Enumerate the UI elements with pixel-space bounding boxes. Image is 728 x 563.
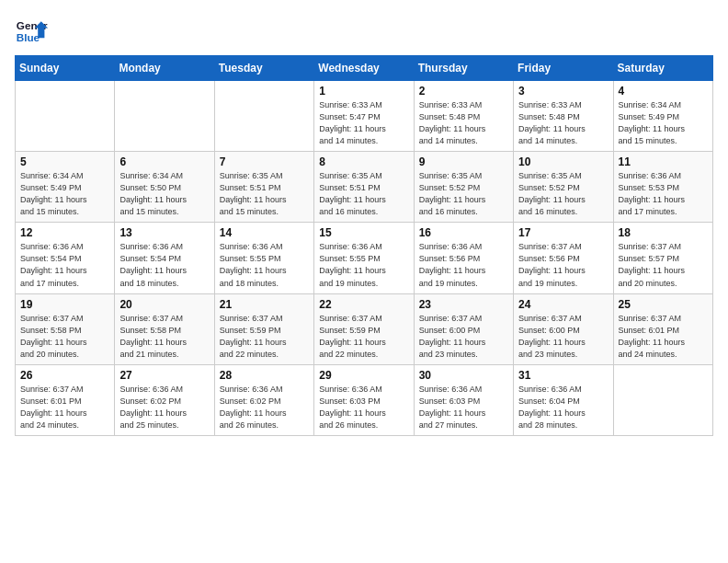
calendar-cell: 12Sunrise: 6:36 AM Sunset: 5:54 PM Dayli… — [16, 223, 115, 293]
day-number: 27 — [119, 369, 209, 382]
calendar-cell: 2Sunrise: 6:33 AM Sunset: 5:48 PM Daylig… — [414, 81, 513, 152]
day-number: 9 — [419, 155, 508, 168]
day-info: Sunrise: 6:35 AM Sunset: 5:51 PM Dayligh… — [319, 170, 408, 218]
calendar-cell: 30Sunrise: 6:36 AM Sunset: 6:03 PM Dayli… — [414, 364, 513, 435]
day-info: Sunrise: 6:34 AM Sunset: 5:49 PM Dayligh… — [20, 170, 109, 218]
day-info: Sunrise: 6:36 AM Sunset: 6:02 PM Dayligh… — [119, 384, 209, 431]
day-info: Sunrise: 6:35 AM Sunset: 5:51 PM Dayligh… — [220, 170, 309, 218]
calendar-cell — [115, 81, 214, 152]
calendar-cell: 9Sunrise: 6:35 AM Sunset: 5:52 PM Daylig… — [414, 152, 513, 223]
weekday-header-tuesday: Tuesday — [214, 56, 313, 81]
calendar-cell: 5Sunrise: 6:34 AM Sunset: 5:49 PM Daylig… — [16, 152, 115, 223]
calendar-cell: 15Sunrise: 6:36 AM Sunset: 5:55 PM Dayli… — [314, 223, 414, 293]
calendar-cell: 13Sunrise: 6:36 AM Sunset: 5:54 PM Dayli… — [115, 223, 214, 293]
day-number: 26 — [20, 369, 109, 382]
day-number: 13 — [119, 226, 209, 239]
day-number: 12 — [20, 226, 109, 239]
day-info: Sunrise: 6:37 AM Sunset: 6:01 PM Dayligh… — [619, 313, 708, 361]
day-number: 23 — [419, 298, 508, 311]
week-row-0: 1Sunrise: 6:33 AM Sunset: 5:47 PM Daylig… — [16, 81, 713, 152]
calendar-cell: 22Sunrise: 6:37 AM Sunset: 5:59 PM Dayli… — [314, 293, 414, 364]
calendar-cell — [16, 81, 115, 152]
day-info: Sunrise: 6:34 AM Sunset: 5:50 PM Dayligh… — [119, 170, 209, 218]
calendar-cell: 11Sunrise: 6:36 AM Sunset: 5:53 PM Dayli… — [613, 152, 712, 223]
svg-text:Blue: Blue — [17, 31, 40, 43]
day-number: 6 — [119, 155, 209, 168]
calendar-cell: 31Sunrise: 6:36 AM Sunset: 6:04 PM Dayli… — [514, 364, 613, 435]
calendar-cell: 21Sunrise: 6:37 AM Sunset: 5:59 PM Dayli… — [214, 293, 313, 364]
calendar-cell: 18Sunrise: 6:37 AM Sunset: 5:57 PM Dayli… — [613, 223, 712, 293]
day-number: 10 — [518, 155, 608, 168]
day-info: Sunrise: 6:37 AM Sunset: 6:01 PM Dayligh… — [20, 384, 109, 431]
day-info: Sunrise: 6:36 AM Sunset: 5:54 PM Dayligh… — [20, 241, 109, 289]
weekday-header-wednesday: Wednesday — [314, 56, 414, 81]
calendar-cell: 6Sunrise: 6:34 AM Sunset: 5:50 PM Daylig… — [115, 152, 214, 223]
calendar-cell: 26Sunrise: 6:37 AM Sunset: 6:01 PM Dayli… — [16, 364, 115, 435]
day-number: 21 — [220, 298, 309, 311]
day-number: 29 — [319, 369, 408, 382]
day-info: Sunrise: 6:36 AM Sunset: 6:03 PM Dayligh… — [419, 384, 508, 431]
calendar-cell: 7Sunrise: 6:35 AM Sunset: 5:51 PM Daylig… — [214, 152, 313, 223]
calendar-cell: 1Sunrise: 6:33 AM Sunset: 5:47 PM Daylig… — [314, 81, 414, 152]
day-number: 25 — [619, 298, 708, 311]
calendar-cell: 3Sunrise: 6:33 AM Sunset: 5:48 PM Daylig… — [514, 81, 613, 152]
week-row-4: 26Sunrise: 6:37 AM Sunset: 6:01 PM Dayli… — [16, 364, 713, 435]
day-number: 7 — [220, 155, 309, 168]
day-number: 2 — [419, 85, 508, 98]
calendar-cell: 17Sunrise: 6:37 AM Sunset: 5:56 PM Dayli… — [514, 223, 613, 293]
day-info: Sunrise: 6:36 AM Sunset: 5:54 PM Dayligh… — [119, 241, 209, 289]
calendar-cell: 10Sunrise: 6:35 AM Sunset: 5:52 PM Dayli… — [514, 152, 613, 223]
day-number: 11 — [619, 155, 708, 168]
weekday-header-sunday: Sunday — [16, 56, 115, 81]
day-info: Sunrise: 6:37 AM Sunset: 6:00 PM Dayligh… — [518, 313, 608, 361]
weekday-header-row: SundayMondayTuesdayWednesdayThursdayFrid… — [16, 56, 713, 81]
calendar-cell: 16Sunrise: 6:36 AM Sunset: 5:56 PM Dayli… — [414, 223, 513, 293]
day-info: Sunrise: 6:36 AM Sunset: 5:55 PM Dayligh… — [220, 241, 309, 289]
day-info: Sunrise: 6:36 AM Sunset: 6:02 PM Dayligh… — [220, 384, 309, 431]
day-info: Sunrise: 6:36 AM Sunset: 5:56 PM Dayligh… — [419, 241, 508, 289]
day-info: Sunrise: 6:37 AM Sunset: 5:57 PM Dayligh… — [619, 241, 708, 289]
day-number: 14 — [220, 226, 309, 239]
day-number: 24 — [518, 298, 608, 311]
day-number: 20 — [119, 298, 209, 311]
calendar-cell: 20Sunrise: 6:37 AM Sunset: 5:58 PM Dayli… — [115, 293, 214, 364]
day-number: 5 — [20, 155, 109, 168]
day-info: Sunrise: 6:37 AM Sunset: 6:00 PM Dayligh… — [419, 313, 508, 361]
day-number: 3 — [518, 85, 608, 98]
day-info: Sunrise: 6:37 AM Sunset: 5:58 PM Dayligh… — [20, 313, 109, 361]
weekday-header-monday: Monday — [115, 56, 214, 81]
day-number: 17 — [518, 226, 608, 239]
page-header: General Blue — [15, 15, 713, 48]
day-info: Sunrise: 6:34 AM Sunset: 5:49 PM Dayligh… — [619, 99, 708, 147]
day-info: Sunrise: 6:37 AM Sunset: 5:58 PM Dayligh… — [119, 313, 209, 361]
weekday-header-thursday: Thursday — [414, 56, 513, 81]
calendar-cell — [613, 364, 712, 435]
day-info: Sunrise: 6:33 AM Sunset: 5:48 PM Dayligh… — [518, 99, 608, 147]
weekday-header-saturday: Saturday — [613, 56, 712, 81]
day-number: 1 — [319, 85, 408, 98]
day-number: 18 — [619, 226, 708, 239]
day-number: 28 — [220, 369, 309, 382]
day-number: 15 — [319, 226, 408, 239]
day-info: Sunrise: 6:35 AM Sunset: 5:52 PM Dayligh… — [419, 170, 508, 218]
day-number: 16 — [419, 226, 508, 239]
day-info: Sunrise: 6:37 AM Sunset: 5:59 PM Dayligh… — [220, 313, 309, 361]
day-info: Sunrise: 6:37 AM Sunset: 5:56 PM Dayligh… — [518, 241, 608, 289]
day-info: Sunrise: 6:36 AM Sunset: 5:55 PM Dayligh… — [319, 241, 408, 289]
day-info: Sunrise: 6:33 AM Sunset: 5:48 PM Dayligh… — [419, 99, 508, 147]
day-info: Sunrise: 6:36 AM Sunset: 5:53 PM Dayligh… — [619, 170, 708, 218]
day-number: 22 — [319, 298, 408, 311]
day-number: 19 — [20, 298, 109, 311]
calendar-cell: 29Sunrise: 6:36 AM Sunset: 6:03 PM Dayli… — [314, 364, 414, 435]
calendar-cell: 27Sunrise: 6:36 AM Sunset: 6:02 PM Dayli… — [115, 364, 214, 435]
calendar-cell: 25Sunrise: 6:37 AM Sunset: 6:01 PM Dayli… — [613, 293, 712, 364]
calendar-table: SundayMondayTuesdayWednesdayThursdayFrid… — [15, 55, 713, 436]
calendar-cell: 24Sunrise: 6:37 AM Sunset: 6:00 PM Dayli… — [514, 293, 613, 364]
calendar-cell: 28Sunrise: 6:36 AM Sunset: 6:02 PM Dayli… — [214, 364, 313, 435]
day-info: Sunrise: 6:35 AM Sunset: 5:52 PM Dayligh… — [518, 170, 608, 218]
logo-icon: General Blue — [15, 15, 48, 48]
day-info: Sunrise: 6:33 AM Sunset: 5:47 PM Dayligh… — [319, 99, 408, 147]
calendar-cell: 8Sunrise: 6:35 AM Sunset: 5:51 PM Daylig… — [314, 152, 414, 223]
weekday-header-friday: Friday — [514, 56, 613, 81]
logo: General Blue — [15, 15, 48, 48]
